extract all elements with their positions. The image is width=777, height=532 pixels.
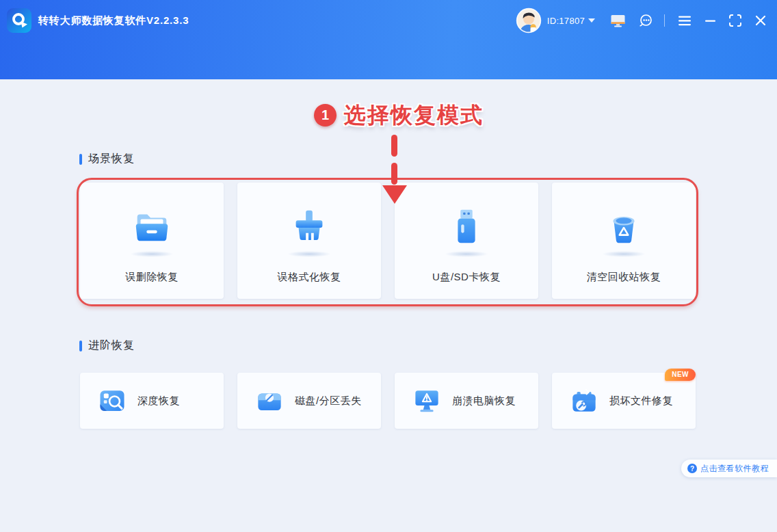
card-label: 崩溃电脑恢复 xyxy=(452,395,516,408)
section-header-advanced-recovery: 进阶恢复 xyxy=(79,338,135,353)
annotation-text: 选择恢复模式 xyxy=(344,101,484,131)
recycle-bin-icon xyxy=(603,206,645,248)
card-label: 清空回收站恢复 xyxy=(587,271,661,284)
section-accent-bar xyxy=(79,154,82,165)
app-logo-icon xyxy=(7,8,31,33)
minimize-icon[interactable] xyxy=(705,16,715,26)
icon-shadow xyxy=(445,251,488,257)
annotation-arrow-head-icon xyxy=(382,185,407,204)
usb-drive-icon xyxy=(445,206,488,248)
app-window: 转转大师数据恢复软件V2.2.3.3 ID:17807 xyxy=(0,0,777,532)
icon-shadow xyxy=(130,251,174,257)
card-label: 磁盘/分区丢失 xyxy=(295,395,362,408)
annotation-arrow-dash xyxy=(391,135,397,157)
icon-shadow xyxy=(287,251,331,257)
avatar[interactable] xyxy=(516,8,542,34)
card-label: 误格式化恢复 xyxy=(278,271,341,284)
brush-icon xyxy=(288,206,330,248)
card-label: 误删除恢复 xyxy=(125,271,179,284)
card-recycle-bin-recovery[interactable]: 清空回收站恢复 xyxy=(552,183,696,299)
new-badge: NEW xyxy=(665,369,696,381)
titlebar: 转转大师数据恢复软件V2.2.3.3 ID:17807 xyxy=(0,0,777,41)
section-header-scene-recovery: 场景恢复 xyxy=(79,152,135,166)
close-icon[interactable] xyxy=(755,15,766,26)
titlebar-right: ID:17807 xyxy=(516,8,766,34)
annotation-arrow-dash xyxy=(391,163,397,185)
card-deep-recovery[interactable]: 深度恢复 xyxy=(80,373,224,429)
card-label: 损坏文件修复 xyxy=(609,395,673,408)
section-title: 进阶恢复 xyxy=(88,338,135,353)
question-icon: ? xyxy=(687,464,697,473)
file-repair-icon xyxy=(570,386,598,415)
maximize-icon[interactable] xyxy=(729,14,741,27)
menu-icon[interactable] xyxy=(679,16,692,26)
dropdown-caret-icon[interactable] xyxy=(588,18,595,23)
card-label: 深度恢复 xyxy=(137,395,180,408)
monitor-icon[interactable] xyxy=(610,14,626,28)
section-accent-bar xyxy=(79,341,82,351)
card-undelete-recovery[interactable]: 误删除恢复 xyxy=(80,183,224,299)
titlebar-divider xyxy=(664,14,665,27)
section-title: 场景恢复 xyxy=(88,152,135,166)
crashed-pc-icon xyxy=(412,386,441,415)
header: 转转大师数据恢复软件V2.2.3.3 ID:17807 xyxy=(0,0,777,79)
card-format-recovery[interactable]: 误格式化恢复 xyxy=(237,183,381,299)
help-tutorial-button[interactable]: ? 点击查看软件教程 xyxy=(681,460,777,477)
card-crashed-pc-recovery[interactable]: 崩溃电脑恢复 xyxy=(395,373,538,429)
user-id[interactable]: ID:17807 xyxy=(547,16,585,26)
annotation-step-number: 1 xyxy=(314,104,337,127)
icon-shadow xyxy=(602,251,646,257)
card-disk-partition-loss[interactable]: 磁盘/分区丢失 xyxy=(237,373,381,429)
folder-icon xyxy=(131,206,173,248)
deep-scan-icon xyxy=(98,386,127,415)
customer-service-icon[interactable] xyxy=(638,13,653,28)
help-label: 点击查看软件教程 xyxy=(700,463,769,475)
advanced-recovery-row: 深度恢复 磁盘/分区丢失 xyxy=(80,373,696,429)
card-corrupt-file-repair[interactable]: 损坏文件修复 NEW xyxy=(552,373,696,429)
card-label: U盘/SD卡恢复 xyxy=(432,271,501,284)
card-usb-sd-recovery[interactable]: U盘/SD卡恢复 xyxy=(395,183,538,299)
disk-icon xyxy=(255,386,284,415)
app-title: 转转大师数据恢复软件V2.2.3.3 xyxy=(38,14,189,27)
